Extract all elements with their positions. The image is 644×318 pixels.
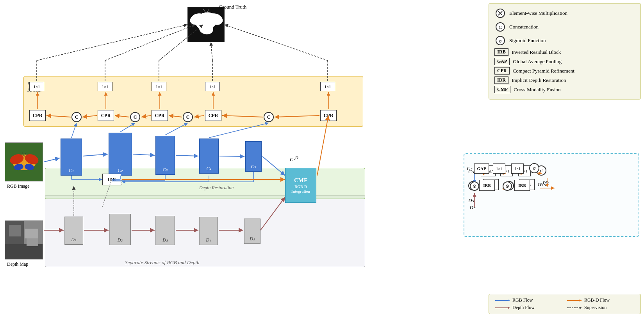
svg-marker-14 <box>580 307 582 309</box>
idr-box: IDR <box>102 174 121 185</box>
onex-3-label: 1×1 <box>155 84 162 89</box>
irb-abbr: IRB <box>494 48 508 56</box>
onex-box-3: 1×1 <box>152 82 166 91</box>
concat-node-4: C <box>264 112 274 122</box>
idr-label: IDR <box>107 177 116 183</box>
onex-box-1: 1×1 <box>29 82 44 91</box>
cmf-detail-box: C₅ GAP 1×1 1×1 σ ⊗ IRB ⊗ IRB C₅D D₅ <box>464 153 639 237</box>
depth-block-d4: D₄ <box>199 217 218 245</box>
flow-depth: Depth Flow <box>494 305 563 311</box>
cmf-otimes-1: ⊗ <box>470 181 479 191</box>
c5-label: C₅ <box>251 164 256 170</box>
cmf-otimes-2: ⊗ <box>503 181 512 191</box>
svg-rect-34 <box>25 229 38 238</box>
svg-marker-12 <box>508 307 510 309</box>
flow-rgb-label: RGB Flow <box>512 297 533 303</box>
encoder-block-c2: C₂ <box>109 133 132 176</box>
concat-icon: C <box>494 21 506 33</box>
d5-label: D₅ <box>250 236 255 242</box>
separate-streams-label: Separate Streams of RGB and Depth <box>125 259 200 266</box>
cpr-abbr: CPR <box>494 67 510 75</box>
svg-text:σ: σ <box>499 38 501 44</box>
depth-block-d5: D₅ <box>244 219 260 244</box>
irb-label: Inverted Residual Block <box>512 49 561 55</box>
ground-truth-image <box>187 7 225 42</box>
flow-supervision: Supervision <box>566 305 635 311</box>
cpr-label: Compact Pyramid Refinement <box>513 68 574 74</box>
svg-marker-8 <box>508 299 510 302</box>
d2-label: D₂ <box>118 237 123 243</box>
flow-depth-label: Depth Flow <box>512 305 535 311</box>
d3-label: D₃ <box>162 237 168 243</box>
svg-rect-35 <box>27 238 38 246</box>
svg-rect-32 <box>5 244 43 259</box>
cpr-4-label: CPR <box>209 113 218 119</box>
legend-box: Element-wise Multiplication C Concatenat… <box>489 3 641 99</box>
depth-restoration-label: Depth Restoration <box>199 185 234 191</box>
svg-line-77 <box>105 25 195 60</box>
sigmoid-icon: σ <box>494 35 506 46</box>
c4-label: C₄ <box>206 166 211 172</box>
gap-abbr: GAP <box>494 58 510 65</box>
onex-5-label: 1×1 <box>324 84 331 89</box>
flow-rgbd: RGB-D Flow <box>566 297 635 303</box>
legend-row-cmf: CMF Cross-Modality Fusion <box>494 86 635 93</box>
svg-rect-33 <box>9 225 21 236</box>
encoder-block-c4: C₄ <box>199 139 219 174</box>
legend-row-mult: Element-wise Multiplication <box>494 7 635 19</box>
cpr-box-3: CPR <box>152 110 168 121</box>
onex-4-label: 1×1 <box>209 84 216 89</box>
cpr-1-label: CPR <box>33 113 43 119</box>
cmf-detail-c5: C₅ <box>467 165 472 172</box>
cmf-c5d-out: C₅D <box>538 181 546 188</box>
legend-row-irb: IRB Inverted Residual Block <box>494 48 635 56</box>
flow-rgb: RGB Flow <box>494 297 563 303</box>
depth-block-d3: D₃ <box>155 216 175 245</box>
cpr-box-1: CPR <box>29 110 46 121</box>
flow-rgbd-label: RGB-D Flow <box>584 297 610 303</box>
svg-line-75 <box>37 25 187 60</box>
depth-block-d2: D₂ <box>109 214 131 245</box>
idr-label: Implicit Depth Restoration <box>512 77 566 83</box>
cmf-sublabel: RGB-DIntegration <box>291 185 310 194</box>
encoder-block-c1: C₁ <box>61 139 82 176</box>
rgb-image-label: RGB Image <box>7 183 30 189</box>
legend-row-gap: GAP Global Average Pooling <box>494 58 635 65</box>
encoder-block-c3: C₃ <box>155 136 175 175</box>
svg-line-38 <box>133 154 155 155</box>
cmf-box: CMF RGB-DIntegration <box>285 168 316 203</box>
legend-row-concat: C Concatenation <box>494 21 635 33</box>
depth-map-label: Depth Map <box>7 261 28 267</box>
cpr-2-label: CPR <box>101 113 111 119</box>
svg-line-39 <box>176 155 198 156</box>
d4-label: D₄ <box>206 237 211 243</box>
sigmoid-label: Sigmoid Function <box>509 37 546 44</box>
legend-flows: RGB Flow RGB-D Flow Depth Flow Supervisi… <box>489 294 641 314</box>
d1-label: D₁ <box>71 237 77 243</box>
elem-mult-icon <box>494 7 506 19</box>
depth-block-d1: D₁ <box>64 217 83 245</box>
concat-node-2: C <box>130 112 140 122</box>
legend-row-sigmoid: σ Sigmoid Function <box>494 35 635 46</box>
svg-line-37 <box>83 154 108 156</box>
cmf-sigma: σ <box>529 163 539 173</box>
svg-line-83 <box>225 25 328 60</box>
elem-mult-label: Element-wise Multiplication <box>509 10 567 16</box>
cpr-box-4: CPR <box>205 110 221 121</box>
cmf-d5: D₅ <box>470 204 475 211</box>
onex-box-4: 1×1 <box>205 82 220 91</box>
ground-truth-label: Ground Truth <box>219 4 246 10</box>
cpr-box-2: CPR <box>98 110 114 121</box>
cpr-box-5: CPR <box>320 110 337 121</box>
legend-row-cpr: CPR Compact Pyramid Refinement <box>494 67 635 75</box>
cmf-label: CMF <box>294 177 307 184</box>
svg-line-36 <box>44 158 60 162</box>
rgb-image <box>5 142 43 181</box>
cmf-irb-2: IRB <box>514 180 530 191</box>
svg-line-81 <box>211 42 212 60</box>
cmf-abbr: CMF <box>494 86 510 93</box>
svg-line-40 <box>219 156 244 156</box>
legend-row-idr: IDR Implicit Depth Restoration <box>494 76 635 84</box>
cmf-onex-a: 1×1 <box>493 163 505 174</box>
svg-marker-10 <box>580 299 582 302</box>
